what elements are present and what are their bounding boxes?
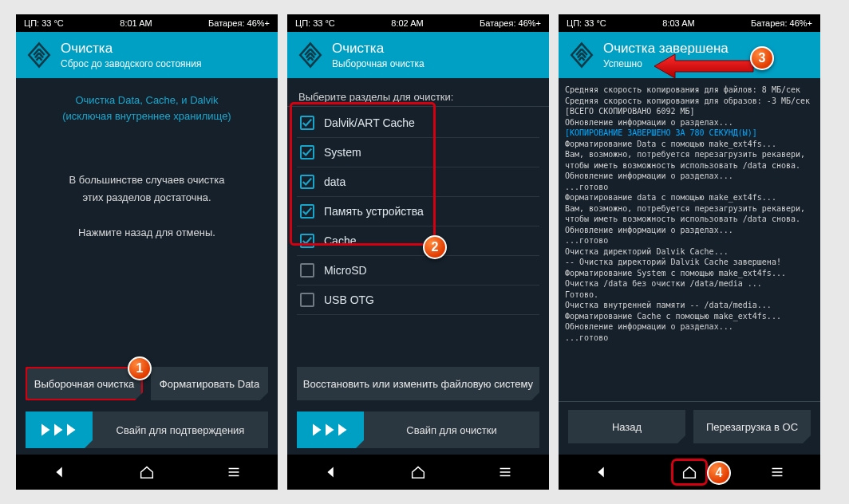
- twrp-logo-icon: [568, 41, 595, 69]
- status-bar: ЦП: 33 °C 8:01 AM Батарея: 46%+: [16, 14, 278, 32]
- format-data-label: Форматировать Data: [160, 378, 259, 390]
- page-title: Очистка: [61, 41, 201, 57]
- status-bar: ЦП: 33 °C 8:02 AM Батарея: 46%+: [287, 14, 549, 32]
- back-button-label: Назад: [612, 421, 642, 433]
- nav-home-icon[interactable]: [672, 459, 707, 485]
- swipe-arrows-icon: [297, 411, 364, 448]
- checkbox-checked-icon[interactable]: [300, 145, 314, 159]
- cpu-temp: ЦП: 33 °C: [24, 18, 64, 28]
- cpu-temp: ЦП: 33 °C: [295, 18, 335, 28]
- partition-label: USB OTG: [324, 293, 374, 306]
- swipe-to-confirm[interactable]: Свайп для подтверждения: [26, 411, 268, 448]
- swipe-label: Свайп для очистки: [364, 411, 539, 448]
- nav-back-icon[interactable]: [315, 461, 347, 483]
- partition-list: Dalvik/ART CacheSystemdataПамять устройс…: [297, 108, 539, 315]
- checkbox-checked-icon[interactable]: [300, 116, 314, 130]
- back-button[interactable]: Назад: [568, 410, 685, 443]
- screen-wipe-complete: ЦП: 33 °C 8:03 AM Батарея: 46%+ Очистка …: [559, 14, 820, 490]
- page-title: Очистка: [332, 41, 424, 57]
- twrp-logo-icon: [297, 41, 324, 69]
- step-badge-3: 3: [750, 46, 774, 70]
- partition-item[interactable]: USB OTG: [297, 285, 539, 315]
- swipe-label: Свайп для подтверждения: [93, 411, 268, 448]
- nav-home-icon[interactable]: [402, 461, 434, 483]
- checkbox-unchecked-icon[interactable]: [300, 263, 314, 278]
- cpu-temp: ЦП: 33 °C: [567, 18, 606, 28]
- arrow-icon: [651, 53, 755, 80]
- partition-label: Память устройства: [324, 205, 424, 218]
- nav-menu-icon[interactable]: [218, 461, 250, 483]
- partition-item[interactable]: Cache: [297, 226, 539, 256]
- repair-fs-label: Восстановить или изменить файловую систе…: [303, 378, 533, 390]
- checkbox-checked-icon[interactable]: [300, 204, 314, 219]
- step-badge-1: 1: [128, 356, 152, 380]
- partition-label: Cache: [324, 234, 356, 247]
- screen-wipe-main: ЦП: 33 °C 8:01 AM Батарея: 46%+ Очистка …: [16, 14, 278, 490]
- partition-label: System: [324, 146, 361, 159]
- advanced-wipe-button[interactable]: Выборочная очистка: [26, 367, 143, 400]
- nav-back-icon[interactable]: [44, 461, 76, 483]
- nav-home-icon[interactable]: [131, 461, 163, 483]
- format-data-button[interactable]: Форматировать Data: [151, 367, 268, 400]
- partition-label: data: [324, 175, 346, 188]
- page-subtitle: Сброс до заводского состояния: [61, 58, 201, 69]
- partition-item[interactable]: Память устройства: [297, 197, 539, 226]
- header: Очистка Сброс до заводского состояния: [16, 32, 278, 78]
- screen-advanced-wipe: ЦП: 33 °C 8:02 AM Батарея: 46%+ Очистка …: [287, 14, 549, 490]
- checkbox-unchecked-icon[interactable]: [300, 293, 314, 307]
- wipe-description: Очистка Data, Cache, и Dalvik (исключая …: [26, 93, 268, 124]
- nav-menu-icon[interactable]: [489, 461, 521, 483]
- reboot-os-label: Перезагрузка в ОС: [706, 421, 798, 433]
- partition-label: Dalvik/ART Cache: [324, 116, 415, 129]
- swipe-arrows-icon: [26, 411, 93, 448]
- page-subtitle: Выборочная очистка: [332, 58, 424, 69]
- clock: 8:01 AM: [120, 18, 152, 28]
- clock: 8:02 AM: [391, 18, 423, 28]
- step-badge-4: 4: [707, 461, 731, 485]
- partition-item[interactable]: Dalvik/ART Cache: [297, 108, 539, 138]
- header: Очистка Выборочная очистка: [287, 32, 549, 78]
- battery: Батарея: 46%+: [751, 18, 812, 28]
- nav-bar: [559, 455, 820, 490]
- partition-item[interactable]: MicroSD: [297, 256, 539, 285]
- checkbox-checked-icon[interactable]: [300, 175, 314, 189]
- nav-menu-icon[interactable]: [761, 461, 793, 483]
- status-bar: ЦП: 33 °C 8:03 AM Батарея: 46%+: [559, 14, 820, 32]
- step-badge-2: 2: [423, 235, 447, 259]
- partition-section-label: Выберите разделы для очистки:: [298, 91, 539, 103]
- partition-item[interactable]: data: [297, 167, 539, 197]
- clock: 8:03 AM: [662, 18, 694, 28]
- checkbox-checked-icon[interactable]: [300, 234, 314, 248]
- twrp-logo-icon: [26, 41, 53, 69]
- nav-bar: [16, 455, 278, 490]
- reboot-os-button[interactable]: Перезагрузка в ОС: [693, 410, 811, 443]
- battery: Батарея: 46%+: [480, 18, 541, 28]
- battery: Батарея: 46%+: [208, 18, 270, 28]
- swipe-to-wipe[interactable]: Свайп для очистки: [297, 411, 539, 448]
- console-log: Средняя скорость копирования для файлов:…: [565, 85, 815, 343]
- advanced-wipe-label: Выборочная очистка: [34, 378, 134, 390]
- wipe-hint: В большинстве случаев очистка этих разде…: [26, 171, 268, 242]
- partition-label: MicroSD: [324, 264, 367, 277]
- nav-back-icon[interactable]: [586, 461, 618, 483]
- nav-bar: [287, 455, 549, 490]
- partition-item[interactable]: System: [297, 138, 539, 167]
- repair-fs-button[interactable]: Восстановить или изменить файловую систе…: [297, 367, 539, 400]
